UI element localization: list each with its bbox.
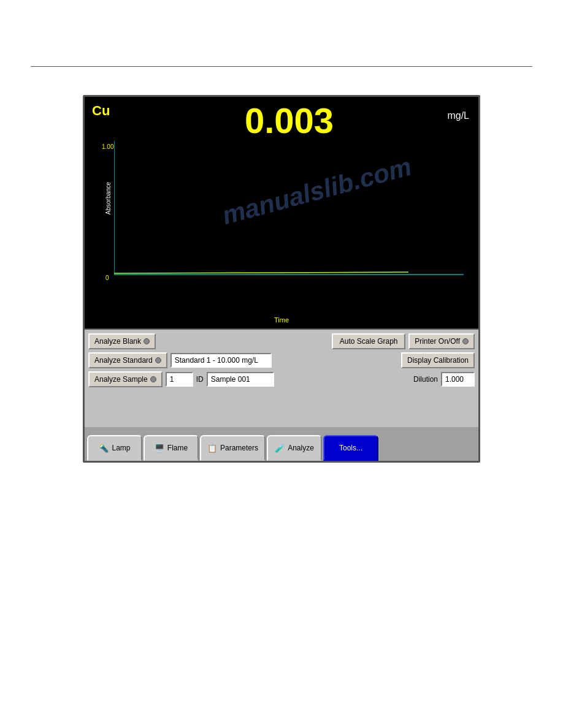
- analyze-blank-button[interactable]: Analyze Blank: [88, 333, 156, 349]
- lamp-label: Lamp: [112, 444, 130, 452]
- analyze-icon: 🧪: [275, 444, 285, 453]
- printer-led: [462, 338, 469, 344]
- tab-parameters[interactable]: 📋 Parameters: [200, 435, 266, 461]
- dilution-input[interactable]: [441, 372, 475, 387]
- display-area: Cu 0.003 mg/L Absorbance 1.00 0 Time man…: [85, 97, 478, 330]
- analyze-standard-button[interactable]: Analyze Standard: [88, 352, 167, 368]
- parameters-icon: 📋: [207, 444, 217, 453]
- svg-line-2: [114, 272, 408, 273]
- lamp-icon: 🔦: [99, 444, 109, 453]
- graph-svg: [114, 141, 473, 282]
- main-reading: 0.003: [134, 100, 445, 141]
- tabs-area: 🔦 Lamp 🖥️ Flame 📋 Parameters 🧪 Analyze T…: [85, 427, 478, 461]
- tab-lamp[interactable]: 🔦 Lamp: [87, 435, 142, 461]
- unit-label: mg/L: [447, 110, 469, 121]
- printer-button[interactable]: Printer On/Off: [408, 333, 475, 349]
- x-axis-label: Time: [85, 316, 478, 324]
- auto-scale-button[interactable]: Auto Scale Graph: [332, 333, 405, 349]
- y-tick-low: 0: [105, 275, 109, 281]
- flame-label: Flame: [167, 444, 188, 452]
- analyze-sample-button[interactable]: Analyze Sample: [88, 371, 163, 387]
- y-axis-label: Absorbance: [105, 182, 112, 214]
- tab-tools[interactable]: Tools...: [323, 435, 378, 461]
- parameters-label: Parameters: [220, 444, 258, 452]
- element-label: Cu: [92, 103, 110, 119]
- standard-input[interactable]: [170, 353, 272, 368]
- sample-id-input[interactable]: [207, 372, 274, 387]
- tab-flame[interactable]: 🖥️ Flame: [144, 435, 199, 461]
- tools-label: Tools...: [339, 444, 362, 452]
- controls-area: Analyze Blank Auto Scale Graph Printer O…: [85, 330, 478, 427]
- id-label: ID: [196, 375, 204, 384]
- dilution-label: Dilution: [413, 375, 438, 384]
- display-calibration-button[interactable]: Display Calibration: [401, 352, 475, 368]
- top-rule: [31, 66, 532, 67]
- flame-icon: 🖥️: [155, 444, 164, 453]
- y-tick-high: 1.00: [102, 143, 113, 150]
- sample-number-input[interactable]: [166, 372, 193, 387]
- analyze-label: Analyze: [288, 444, 314, 452]
- standard-led: [155, 357, 161, 363]
- tab-analyze[interactable]: 🧪 Analyze: [267, 435, 322, 461]
- instrument-panel: Cu 0.003 mg/L Absorbance 1.00 0 Time man…: [83, 95, 480, 463]
- sample-led: [150, 376, 156, 382]
- blank-led: [144, 338, 150, 344]
